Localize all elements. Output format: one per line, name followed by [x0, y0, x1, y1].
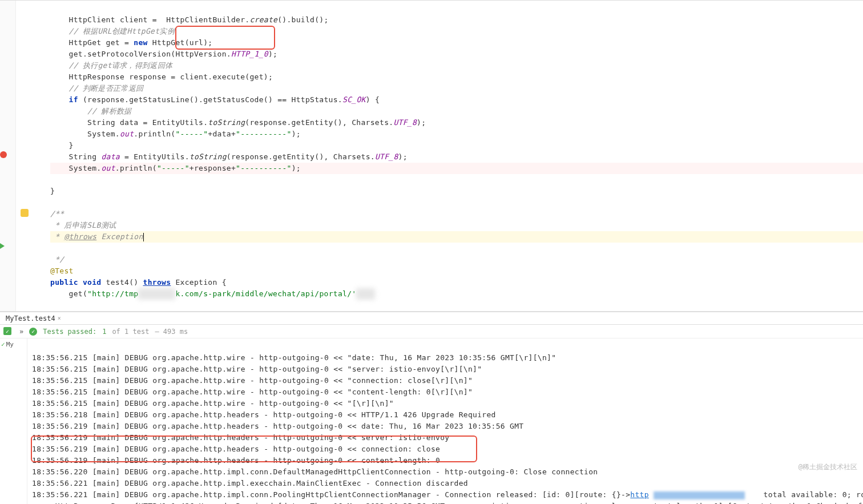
log-line: -----HttpResponseProxy{HTTP/1.1 426 Upgr… [32, 502, 863, 504]
tests-passed-count: 1 [102, 328, 106, 336]
editor-area[interactable]: HttpClient client = HttpClientBuilder.cr… [0, 1, 863, 311]
log-line: 18:35:56.215 [main] DEBUG org.apache.htt… [32, 399, 394, 408]
editor-gutter[interactable] [0, 1, 16, 311]
log-line: 18:35:56.215 [main] DEBUG org.apache.htt… [32, 376, 473, 385]
run-tabs-bar: MyTest.test4 × [0, 312, 863, 325]
log-line: 18:35:56.215 [main] DEBUG org.apache.htt… [32, 365, 482, 373]
tests-passed-label: Tests passed: [43, 328, 96, 336]
run-tab[interactable]: MyTest.test4 × [0, 313, 67, 324]
log-line: 18:35:56.219 [main] DEBUG org.apache.htt… [32, 456, 440, 465]
code-body[interactable]: HttpClient client = HttpClientBuilder.cr… [16, 1, 863, 311]
check-icon: ✓ [1, 341, 5, 348]
run-panel: MyTest.test4 × ✓ » ✓ Tests passed: 1 of … [0, 312, 863, 504]
check-icon: ✓ [29, 328, 37, 336]
log-line: 18:35:56.219 [main] DEBUG org.apache.htt… [32, 433, 449, 442]
run-body: ✓ My 18:35:56.215 [main] DEBUG org.apach… [0, 338, 863, 504]
redacted-blur [654, 491, 745, 499]
log-line: 18:35:56.219 [main] DEBUG org.apache.htt… [32, 445, 440, 453]
log-line: 18:35:56.215 [main] DEBUG org.apache.htt… [32, 388, 473, 396]
breakpoint-icon[interactable] [0, 151, 7, 158]
http-link[interactable]: http [630, 490, 649, 499]
run-tab-label: MyTest.test4 [6, 315, 55, 322]
log-line: 18:35:56.219 [main] DEBUG org.apache.htt… [32, 422, 523, 430]
log-line: 18:35:56.220 [main] DEBUG org.apache.htt… [32, 467, 598, 476]
log-line: 18:35:56.221 [main] DEBUG org.apache.htt… [32, 479, 468, 487]
tests-time: – 493 ms [155, 328, 188, 336]
console-output[interactable]: 18:35:56.215 [main] DEBUG org.apache.htt… [27, 338, 863, 504]
run-gutter-icon[interactable] [0, 243, 5, 249]
tests-total: of 1 test [112, 328, 149, 336]
test-tree[interactable]: ✓ My [0, 338, 27, 504]
log-line: 18:35:56.215 [main] DEBUG org.apache.htt… [32, 353, 556, 362]
close-icon[interactable]: × [58, 315, 61, 321]
tree-label: My [6, 341, 14, 348]
test-status-bar: ✓ » ✓ Tests passed: 1 of 1 test – 493 ms [0, 325, 863, 338]
log-line: 18:35:56.221 [main] DEBUG org.apache.htt… [32, 490, 863, 499]
check-icon: ✓ [3, 327, 11, 335]
tree-item[interactable]: ✓ My [1, 341, 26, 348]
log-line: 18:35:56.218 [main] DEBUG org.apache.htt… [32, 410, 496, 419]
